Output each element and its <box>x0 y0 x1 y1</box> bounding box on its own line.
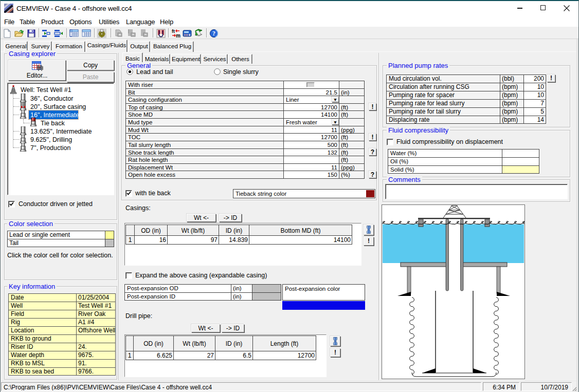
svg-text:m: m <box>176 33 180 38</box>
svg-text:?: ? <box>212 30 215 37</box>
svg-text:ft: ft <box>172 29 175 34</box>
